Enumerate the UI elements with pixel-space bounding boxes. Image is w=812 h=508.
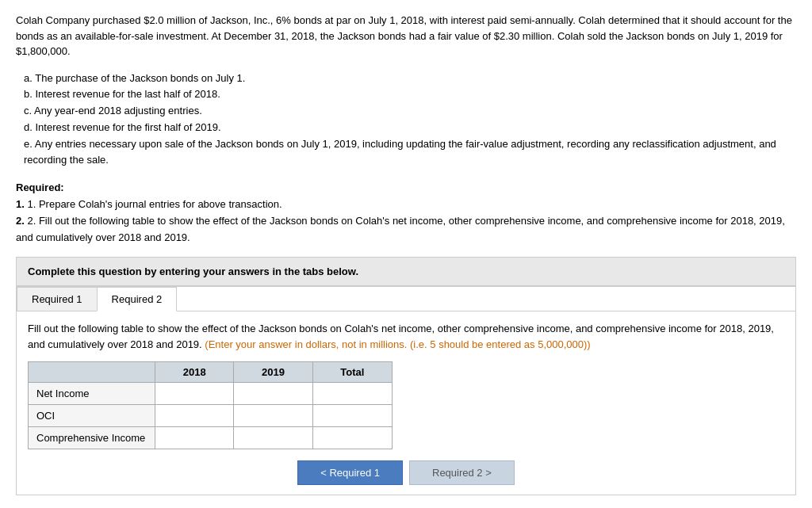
oci-2018-cell[interactable] [155, 405, 234, 427]
nav-required-1-label: < Required 1 [320, 467, 380, 479]
oci-total-input[interactable] [320, 410, 385, 422]
comp-income-total-cell[interactable] [312, 427, 392, 449]
net-income-label: Net Income [29, 383, 155, 405]
comprehensive-income-label: Comprehensive Income [29, 427, 155, 449]
required-section: Required: 1. 1. Prepare Colah's journal … [16, 180, 796, 246]
col-header-2019: 2019 [234, 362, 312, 383]
required-1-text: 1. Prepare Colah's journal entries for a… [27, 198, 282, 210]
comp-income-2019-input[interactable] [240, 432, 305, 444]
col-header-total: Total [312, 362, 392, 383]
tab-row: Required 1 Required 2 [17, 287, 795, 311]
net-income-2018-input[interactable] [162, 388, 227, 399]
nav-buttons: < Required 1 Required 2 > [28, 460, 784, 485]
required-2-text: 2. Fill out the following table to show … [16, 215, 785, 243]
list-item-d: d. Interest revenue for the first half o… [24, 120, 796, 136]
tab-2-content: Fill out the following table to show the… [17, 311, 795, 495]
comp-income-total-input[interactable] [320, 432, 385, 444]
oci-2018-input[interactable] [162, 410, 227, 422]
net-income-2019-input[interactable] [240, 388, 305, 399]
list-item-c: c. Any year-end 2018 adjusting entries. [24, 103, 796, 120]
income-table: 2018 2019 Total Net Income OCI [28, 361, 393, 449]
oci-2019-input[interactable] [240, 410, 305, 422]
oci-2019-cell[interactable] [234, 405, 312, 427]
tab-required-1[interactable]: Required 1 [17, 287, 98, 311]
comp-income-2018-cell[interactable] [155, 427, 234, 449]
table-row-net-income: Net Income [29, 383, 393, 405]
oci-label: OCI [29, 405, 155, 427]
net-income-total-input[interactable] [320, 388, 385, 399]
list-section: a. The purchase of the Jackson bonds on … [16, 71, 796, 170]
col-header-empty [29, 362, 155, 383]
nav-required-1-button[interactable]: < Required 1 [297, 460, 403, 485]
table-row-comprehensive-income: Comprehensive Income [29, 427, 393, 449]
tabs-container: Required 1 Required 2 Fill out the follo… [16, 286, 796, 495]
list-item-a: a. The purchase of the Jackson bonds on … [24, 71, 796, 87]
comp-income-2019-cell[interactable] [234, 427, 312, 449]
nav-required-2-label: Required 2 > [432, 467, 492, 479]
list-item-e: e. Any entries necessary upon sale of th… [24, 136, 796, 170]
nav-required-2-button[interactable]: Required 2 > [409, 460, 515, 485]
comp-income-2018-input[interactable] [162, 432, 227, 444]
list-item-b: b. Interest revenue for the last half of… [24, 86, 796, 103]
net-income-2018-cell[interactable] [155, 383, 234, 405]
oci-total-cell[interactable] [312, 405, 392, 427]
dollar-note: (Enter your answer in dollars, not in mi… [205, 338, 590, 350]
intro-paragraph: Colah Company purchased $2.0 million of … [16, 13, 796, 59]
instruction-box: Complete this question by entering your … [16, 257, 796, 286]
col-header-2018: 2018 [155, 362, 234, 383]
required-label: Required: [16, 181, 64, 193]
required-1-bold: 1. [16, 198, 25, 210]
required-2-bold: 2. [16, 215, 25, 227]
tab-required-2[interactable]: Required 2 [97, 287, 178, 311]
net-income-2019-cell[interactable] [234, 383, 312, 405]
tab-description: Fill out the following table to show the… [28, 321, 784, 352]
net-income-total-cell[interactable] [312, 383, 392, 405]
table-wrapper: 2018 2019 Total Net Income OCI [28, 361, 784, 449]
table-row-oci: OCI [29, 405, 393, 427]
